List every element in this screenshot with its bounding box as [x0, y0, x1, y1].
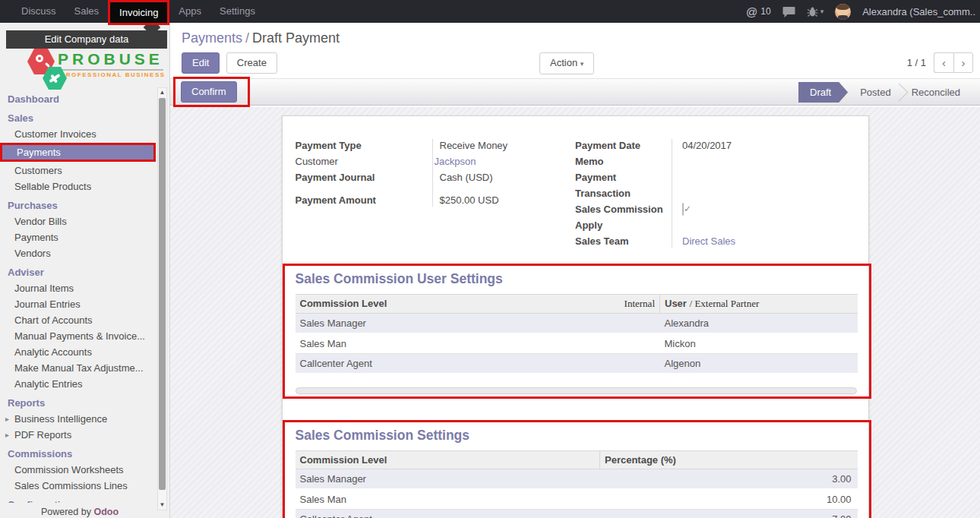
table-header-row: Commission Level Percentage (%)	[296, 451, 858, 469]
payment-type-label: Payment Type	[296, 137, 432, 153]
mentions-counter[interactable]: @ 10	[746, 5, 771, 18]
create-button[interactable]: Create	[226, 52, 277, 74]
sidebar-section-purchases[interactable]: Purchases	[0, 197, 156, 213]
check-icon: ✓	[684, 201, 691, 217]
sidebar-section-reports[interactable]: Reports	[0, 395, 156, 411]
sidebar-section-dashboard[interactable]: Dashboard	[0, 91, 156, 107]
payment-date-value: 04/20/2017	[672, 137, 732, 153]
user-menu[interactable]	[835, 4, 851, 20]
sidebar-item-purchase-payments[interactable]: Payments	[0, 229, 156, 245]
top-navbar: Discuss Sales Invoicing Apps Settings @ …	[0, 0, 980, 23]
sidebar-item-label: Business Intelligence	[14, 413, 107, 425]
user-settings-table: Commission LevelInternal User / External…	[296, 294, 858, 374]
stage-reconciled[interactable]: Reconciled	[899, 82, 980, 103]
sidebar-item-analytic-entries[interactable]: Analytic Entries	[0, 376, 156, 392]
sidebar-item-payments[interactable]: Payments	[2, 145, 153, 160]
user-settings-annotation: Sales Commission User Settings Commissio…	[283, 264, 871, 399]
pager-next-button[interactable]: ›	[953, 52, 973, 73]
internal-header-text: Internal	[624, 298, 655, 310]
sidebar-item-sales-commissions-lines[interactable]: Sales Commissions Lines	[0, 478, 156, 494]
sidebar-scrollbar[interactable]: ▲ ▼	[157, 87, 167, 510]
odoo-brand-link[interactable]: Odoo	[93, 507, 119, 517]
sidebar-item-chart-of-accounts[interactable]: Chart of Accounts	[0, 312, 156, 328]
sidebar-item-analytic-accounts[interactable]: Analytic Accounts	[0, 344, 156, 360]
main-area: Payments/Draft Payment Edit Create Actio…	[170, 23, 980, 518]
company-logo[interactable]: PROBUSE PROFESSIONAL BUSINESS	[0, 50, 170, 91]
powered-by-text: Powered by	[41, 507, 91, 517]
percentage-header[interactable]: Percentage (%)	[600, 451, 858, 469]
action-label: Action	[550, 57, 577, 68]
control-panel: Payments/Draft Payment Edit Create Actio…	[170, 23, 980, 78]
edit-company-tooltip[interactable]: Edit Company data	[6, 30, 167, 49]
breadcrumb-separator: /	[242, 30, 252, 46]
debug-menu-button[interactable]: ▾	[807, 6, 824, 17]
mention-count: 10	[760, 6, 770, 17]
sidebar-item-manual-payments[interactable]: Manual Payments & Invoice...	[0, 328, 156, 344]
menu-sales[interactable]: Sales	[65, 0, 109, 23]
confirm-button[interactable]: Confirm	[181, 81, 237, 103]
caret-down-icon: ▾	[820, 8, 824, 15]
sidebar-item-vendor-bills[interactable]: Vendor Bills	[0, 213, 156, 229]
commission-level-header[interactable]: Commission LevelInternal	[296, 295, 660, 314]
sidebar-section-configuration[interactable]: Configuration	[0, 497, 156, 503]
user-partner-header[interactable]: User / External Partner	[660, 295, 858, 314]
payment-amount-label: Payment Amount	[296, 192, 432, 208]
memo-label: Memo	[575, 153, 672, 169]
payments-annotation: Payments	[0, 143, 156, 162]
menu-discuss[interactable]: Discuss	[12, 0, 65, 23]
sales-team-link[interactable]: Direct Sales	[672, 233, 735, 249]
payment-date-label: Payment Date	[575, 137, 672, 153]
pager-previous-button[interactable]: ‹	[934, 52, 953, 73]
expand-icon[interactable]: ▸	[5, 427, 9, 443]
sidebar-section-commissions[interactable]: Commissions	[0, 446, 156, 462]
horizontal-scrollbar[interactable]	[296, 387, 857, 394]
menu-settings[interactable]: Settings	[210, 0, 264, 23]
stage-draft[interactable]: Draft	[798, 82, 848, 103]
table-row[interactable]: Sales Man10.00	[296, 489, 858, 510]
user-name[interactable]: Alexandra (Sales_comm..	[862, 6, 975, 17]
customer-link[interactable]: Jackpson	[432, 153, 476, 169]
status-bar: Confirm Draft Posted Reconciled	[170, 78, 980, 106]
breadcrumb: Payments/Draft Payment	[170, 23, 980, 46]
sidebar-item-pdf-reports[interactable]: ▸ PDF Reports	[0, 427, 156, 443]
table-row[interactable]: Sales Manager3.00	[296, 469, 858, 490]
chat-bubble-icon	[782, 6, 795, 17]
commission-level-header[interactable]: Commission Level	[296, 451, 600, 469]
messages-button[interactable]	[782, 6, 795, 17]
sidebar-item-customers[interactable]: Customers	[0, 163, 156, 178]
expand-icon[interactable]: ▸	[5, 411, 9, 427]
commission-settings-annotation: Sales Commission Settings Commission Lev…	[283, 420, 871, 518]
sidebar-menu: Dashboard Sales Customer Invoices Paymen…	[0, 91, 156, 503]
sidebar-item-customer-invoices[interactable]: Customer Invoices	[0, 126, 156, 142]
payment-transaction-label: Payment Transaction	[575, 169, 672, 201]
form-sheet: Payment Type Receive Money Customer Jack…	[282, 115, 869, 518]
sidebar-item-commission-worksheets[interactable]: Commission Worksheets	[0, 462, 156, 478]
menu-apps[interactable]: Apps	[169, 0, 210, 23]
sidebar-section-adviser[interactable]: Adviser	[0, 264, 156, 280]
edit-button[interactable]: Edit	[182, 52, 220, 74]
commission-settings-title: Sales Commission Settings	[296, 428, 857, 444]
scrollbar-thumb[interactable]	[159, 98, 166, 490]
sidebar-item-journal-items[interactable]: Journal Items	[0, 280, 156, 296]
status-pipeline: Draft Posted Reconciled	[798, 82, 980, 103]
sales-commission-apply-checkbox[interactable]: ✓	[682, 203, 684, 216]
sidebar-item-manual-tax[interactable]: Make Manual Tax Adjustme...	[0, 360, 156, 376]
table-row[interactable]: Callcenter AgentAlgenon	[296, 354, 858, 374]
menu-invoicing[interactable]: Invoicing	[110, 7, 167, 18]
breadcrumb-payments[interactable]: Payments	[182, 30, 242, 46]
sidebar-section-sales[interactable]: Sales	[0, 110, 156, 126]
sidebar-item-vendors[interactable]: Vendors	[0, 245, 156, 261]
sidebar-item-sellable-products[interactable]: Sellable Products	[0, 178, 156, 194]
sidebar-item-journal-entries[interactable]: Journal Entries	[0, 296, 156, 312]
scroll-up-icon[interactable]: ▲	[158, 88, 166, 97]
table-row[interactable]: Callcenter Agent7.00	[296, 510, 858, 518]
table-row[interactable]: Sales ManMickon	[296, 333, 858, 354]
sidebar-item-business-intelligence[interactable]: ▸ Business Intelligence	[0, 411, 156, 427]
table-row[interactable]: Sales ManagerAlexandra	[296, 314, 858, 334]
content-area: Payment Type Receive Money Customer Jack…	[170, 107, 980, 518]
logo-subtitle: PROFESSIONAL BUSINESS	[61, 71, 166, 78]
table-header-row: Commission LevelInternal User / External…	[296, 295, 858, 314]
payment-journal-value: Cash (USD)	[432, 169, 493, 185]
action-dropdown-button[interactable]: Action ▾	[539, 52, 594, 74]
user-settings-title: Sales Commission User Settings	[296, 271, 857, 287]
